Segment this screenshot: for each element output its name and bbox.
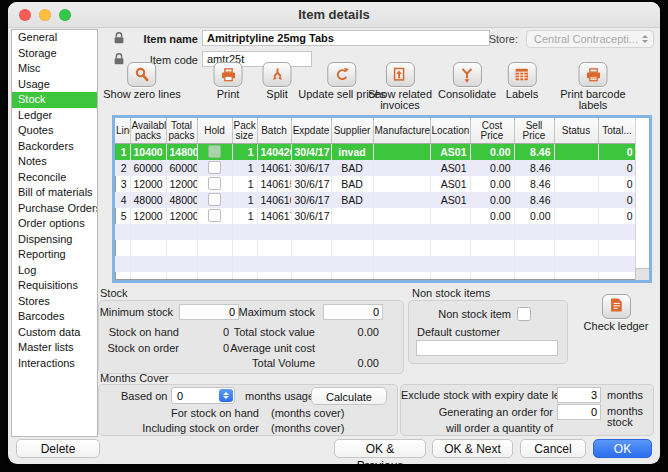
- exclude-stock-label: Exclude stock with expiry date less than: [401, 389, 553, 401]
- check-ledger-button[interactable]: [602, 294, 631, 319]
- sidebar-item-general[interactable]: General: [12, 30, 97, 46]
- cell-total-packs: [166, 272, 197, 284]
- hold-checkbox[interactable]: [208, 193, 221, 206]
- print-button[interactable]: Print: [214, 62, 243, 100]
- cell-sell-price: [514, 272, 554, 284]
- based-on-select[interactable]: 0: [171, 387, 235, 404]
- cell-supplier: [331, 256, 373, 272]
- sidebar-item-notes[interactable]: Notes: [12, 154, 97, 170]
- sidebar-item-dispensing[interactable]: Dispensing: [12, 232, 97, 248]
- non-stock-item-checkbox[interactable]: [517, 307, 531, 321]
- hold-checkbox[interactable]: [208, 145, 221, 158]
- total-volume-label: Total Volume: [219, 357, 315, 369]
- column-header-pack-size[interactable]: Pack size: [232, 118, 257, 144]
- cell-expdate: 30/6/17: [291, 176, 331, 192]
- table-row[interactable]: 11040014800114042630/4/17invadAS010.008.…: [115, 144, 636, 160]
- table-row[interactable]: 31200012000114061530/6/17BADAS010.008.46…: [115, 176, 636, 192]
- generating-months-input[interactable]: [557, 404, 601, 420]
- cell-manufacturer: [373, 272, 430, 284]
- sidebar-item-misc[interactable]: Misc: [12, 61, 97, 77]
- default-customer-label: Default customer: [417, 326, 500, 338]
- sidebar-item-usage[interactable]: Usage: [12, 77, 97, 93]
- magnifier-icon: [128, 62, 157, 87]
- sidebar-item-barcodes[interactable]: Barcodes: [12, 309, 97, 325]
- cell-hold: [197, 192, 232, 208]
- close-window-icon[interactable]: [19, 9, 31, 21]
- default-customer-input[interactable]: [416, 340, 558, 356]
- cell-batch: [257, 224, 291, 240]
- zoom-window-icon[interactable]: [59, 9, 71, 21]
- cell-supplier: invad: [331, 144, 373, 160]
- sidebar-item-storage[interactable]: Storage: [12, 46, 97, 62]
- column-header-hold[interactable]: Hold: [197, 118, 232, 144]
- cell-expdate: [291, 256, 331, 272]
- cell-status: [554, 208, 598, 224]
- table-row[interactable]: 26000060000114061330/6/17BADAS010.008.46…: [115, 160, 636, 176]
- sidebar-item-master-lists[interactable]: Master lists: [12, 340, 97, 356]
- cell-supplier: [331, 208, 373, 224]
- total-stock-value: 0.00: [319, 326, 379, 338]
- split-button[interactable]: Split: [263, 62, 292, 100]
- item-name-input[interactable]: [202, 30, 490, 46]
- cell-pack-size: 1: [232, 144, 257, 160]
- cell-expdate: 30/6/17: [291, 208, 331, 224]
- cell-line: 3: [115, 176, 130, 192]
- sidebar-item-custom-data[interactable]: Custom data: [12, 325, 97, 341]
- column-header-supplier[interactable]: Supplier: [331, 118, 373, 144]
- ok-next-button[interactable]: OK & Next: [432, 439, 513, 458]
- delete-button[interactable]: Delete: [16, 439, 100, 458]
- sidebar-item-log[interactable]: Log: [12, 263, 97, 279]
- consolidate-button[interactable]: Consolidate: [438, 62, 496, 100]
- show-related-invoices-button[interactable]: Show related invoices: [368, 62, 432, 111]
- exclude-months-input[interactable]: [557, 387, 601, 403]
- labels-button[interactable]: Labels: [506, 62, 538, 100]
- column-header-location[interactable]: Location: [430, 118, 470, 144]
- cancel-button[interactable]: Cancel: [520, 439, 586, 458]
- table-row[interactable]: 44800048000114061030/6/17BADAS010.008.46…: [115, 192, 636, 208]
- cell-status: [554, 176, 598, 192]
- minimize-window-icon[interactable]: [39, 9, 51, 21]
- sidebar-item-stock[interactable]: Stock: [12, 92, 97, 108]
- cell-location: AS01: [430, 160, 470, 176]
- column-header-cost-price[interactable]: Cost Price: [470, 118, 514, 144]
- sidebar-item-bill-of-materials[interactable]: Bill of materials: [12, 185, 97, 201]
- print-barcode-labels-button[interactable]: Print barcode labels: [560, 62, 627, 111]
- sidebar-item-reconcile[interactable]: Reconcile: [12, 170, 97, 186]
- cell-manufacturer: [373, 144, 430, 160]
- sidebar-item-quotes[interactable]: Quotes: [12, 123, 97, 139]
- column-header-total[interactable]: Total...: [598, 118, 636, 144]
- column-header-batch[interactable]: Batch: [257, 118, 291, 144]
- column-header-total-packs[interactable]: Total packs: [166, 118, 197, 144]
- sidebar-item-requisitions[interactable]: Requisitions: [12, 278, 97, 294]
- sidebar-item-backorders[interactable]: Backorders: [12, 139, 97, 155]
- sidebar-item-purchase-orders[interactable]: Purchase Orders: [12, 201, 97, 217]
- sidebar-item-ledger[interactable]: Ledger: [12, 108, 97, 124]
- table-row[interactable]: 51200012000114061730/6/170.000.000: [115, 208, 636, 224]
- hold-checkbox[interactable]: [208, 161, 221, 174]
- column-header-status[interactable]: Status: [554, 118, 598, 144]
- vertical-scrollbar[interactable]: [635, 118, 649, 280]
- column-header-expdate[interactable]: Expdate: [291, 118, 331, 144]
- column-header-line[interactable]: Line: [115, 118, 130, 144]
- show-zero-lines-button[interactable]: Show zero lines: [103, 62, 181, 100]
- ok-previous-button[interactable]: OK & Previous: [334, 439, 426, 458]
- store-select[interactable]: Central Contracepti...: [526, 30, 654, 48]
- cell-supplier: [331, 272, 373, 284]
- column-header-available-packs[interactable]: Available packs: [130, 118, 166, 144]
- hold-checkbox[interactable]: [208, 177, 221, 190]
- maximum-stock-input[interactable]: [323, 304, 383, 320]
- sidebar-item-reporting[interactable]: Reporting: [12, 247, 97, 263]
- cell-sell-price: [514, 224, 554, 240]
- cell-hold: [197, 272, 232, 284]
- hold-checkbox[interactable]: [208, 209, 221, 222]
- column-header-sell-price[interactable]: Sell Price: [514, 118, 554, 144]
- cell-expdate: [291, 240, 331, 256]
- sidebar-item-stores[interactable]: Stores: [12, 294, 97, 310]
- cell-sell-price: [514, 240, 554, 256]
- sidebar-item-interactions[interactable]: Interactions: [12, 356, 97, 372]
- column-header-manufacturer[interactable]: Manufacturer: [373, 118, 430, 144]
- cell-pack-size: 1: [232, 160, 257, 176]
- ok-button[interactable]: OK: [593, 439, 652, 458]
- sidebar-item-order-options[interactable]: Order options: [12, 216, 97, 232]
- calculate-button[interactable]: Calculate: [311, 387, 387, 405]
